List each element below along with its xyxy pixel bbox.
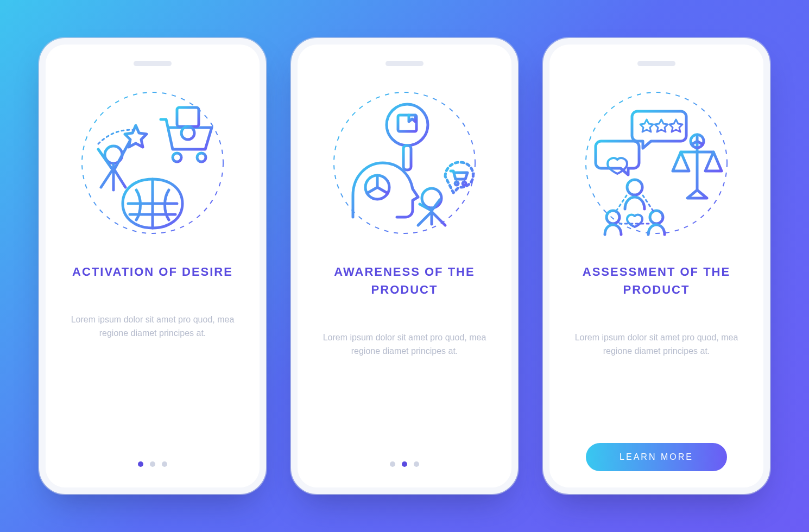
phone-notch <box>134 61 172 66</box>
onboarding-screen-awareness: AWARENESS OF THE PRODUCT Lorem ipsum dol… <box>291 38 518 494</box>
onboarding-screen-activation: ACTIVATION OF DESIRE Lorem ipsum dolor s… <box>39 38 266 494</box>
svg-point-16 <box>650 211 663 224</box>
screen-description: Lorem ipsum dolor sit amet pro quod, mea… <box>572 331 741 358</box>
page-indicator <box>46 461 260 467</box>
page-dot-2[interactable] <box>150 461 155 467</box>
product-assessment-icon <box>575 81 738 244</box>
phone-notch <box>385 61 424 66</box>
page-dot-1[interactable] <box>390 461 395 467</box>
svg-rect-4 <box>177 107 199 126</box>
onboarding-stage: ACTIVATION OF DESIRE Lorem ipsum dolor s… <box>39 38 770 494</box>
page-dot-3[interactable] <box>162 461 167 467</box>
page-dot-3[interactable] <box>414 461 419 467</box>
phone-notch <box>637 61 675 66</box>
onboarding-screen-assessment: ASSESSMENT OF THE PRODUCT Lorem ipsum do… <box>543 38 770 494</box>
screen-title: AWARENESS OF THE PRODUCT <box>313 263 496 299</box>
svg-rect-9 <box>398 115 416 131</box>
svg-point-11 <box>422 188 441 208</box>
svg-rect-8 <box>403 145 411 170</box>
product-awareness-icon <box>323 81 486 244</box>
screen-description: Lorem ipsum dolor sit amet pro quod, mea… <box>68 313 237 340</box>
screen-title: ASSESSMENT OF THE PRODUCT <box>565 263 748 299</box>
svg-point-14 <box>627 180 642 195</box>
svg-point-7 <box>387 104 428 145</box>
desire-activation-icon <box>71 81 234 244</box>
screen-title: ACTIVATION OF DESIRE <box>72 263 233 281</box>
learn-more-button[interactable]: LEARN MORE <box>586 443 727 471</box>
svg-point-15 <box>606 211 620 224</box>
svg-point-2 <box>173 153 181 162</box>
screen-description: Lorem ipsum dolor sit amet pro quod, mea… <box>320 331 489 358</box>
page-dot-2[interactable] <box>402 461 407 467</box>
page-dot-1[interactable] <box>138 461 143 467</box>
svg-point-3 <box>197 153 206 162</box>
page-indicator <box>298 461 511 467</box>
